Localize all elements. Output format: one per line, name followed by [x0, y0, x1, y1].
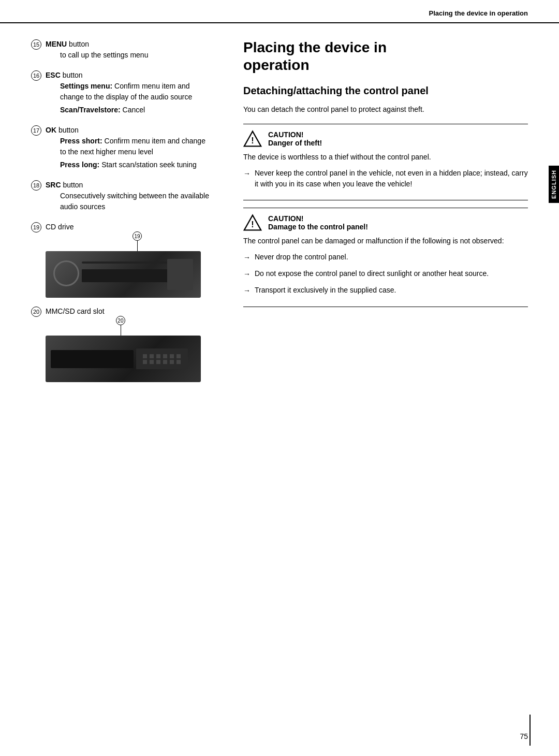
mmc-slot-detail: [51, 350, 134, 368]
item-bold-18: SRC: [46, 181, 61, 189]
caution-box-1: ! CAUTION! Danger of theft! The device i…: [243, 124, 528, 200]
caution-header-2: ! CAUTION! Damage to the control panel!: [243, 213, 528, 232]
caution-text-2: The control panel can be damaged or malf…: [243, 235, 528, 246]
item-content-19: CD drive: [46, 222, 212, 232]
right-column: Placing the device in operation Detachin…: [228, 23, 559, 753]
item-label-20: MMC/SD card slot: [46, 307, 105, 315]
scan-travelstore-bold: Scan/Travelstore:: [60, 106, 121, 114]
item-sub-17a: Press short: Confirm menu item and chang…: [60, 136, 212, 157]
language-tab: ENGLISH: [549, 166, 559, 203]
caution-arrow-text-2c: Transport it exclusively in the supplied…: [255, 285, 396, 296]
item-sub-15: to call up the settings menu: [60, 50, 212, 61]
caution-label-1: CAUTION!: [268, 130, 322, 139]
main-title-line2: operation: [243, 57, 310, 73]
cd-device-image: [46, 251, 201, 298]
main-title: Placing the device in operation: [243, 39, 528, 74]
item-bold-16: ESC: [46, 71, 61, 79]
arrow-symbol-2a: →: [243, 252, 251, 263]
cd-circle-detail: [53, 260, 79, 286]
caution-header-1: ! CAUTION! Danger of theft!: [243, 129, 528, 148]
caution-icon-2: !: [243, 213, 262, 232]
cd-slot-main: [82, 269, 175, 282]
list-item-20: 20 MMC/SD card slot: [31, 306, 212, 317]
caution-label-2: CAUTION!: [268, 214, 368, 223]
caution-arrow-2b: → Do not expose the control panel to dir…: [243, 268, 528, 280]
page-container: Placing the device in operation ENGLISH …: [0, 0, 559, 756]
item-sub-16b: Scan/Travelstore: Cancel: [60, 105, 212, 115]
caution-arrow-text-2b: Do not expose the control panel to direc…: [255, 268, 489, 279]
caution-sublabel-2: Damage to the control panel!: [268, 223, 368, 231]
caution-titles-1: CAUTION! Danger of theft!: [268, 130, 322, 147]
item-number-17: 17: [31, 125, 41, 136]
callout-19: 19: [133, 231, 142, 241]
header-bar: Placing the device in operation: [0, 0, 559, 23]
section-title: Detaching/attaching the control panel: [243, 84, 528, 97]
callout-circle-20: 20: [116, 316, 125, 325]
main-content: 15 MENU button to call up the settings m…: [0, 23, 559, 753]
svg-text:!: !: [251, 136, 254, 145]
section-title-text: Detaching/attaching the control panel: [243, 85, 429, 96]
item-label-15: MENU button: [46, 40, 89, 48]
callout-circle-19: 19: [133, 231, 142, 241]
item-label-17: OK button: [46, 126, 79, 134]
item-label-19: CD drive: [46, 223, 73, 231]
mmc-grid-inner: [143, 354, 182, 364]
mmc-device-image-container: 20: [46, 325, 212, 382]
item-content-17: OK button Press short: Confirm menu item…: [46, 125, 212, 172]
caution-arrow-1: → Never keep the control panel in the ve…: [243, 168, 528, 190]
item-number-15: 15: [31, 39, 41, 50]
item-sub-16a: Settings menu: Confirm menu item and cha…: [60, 81, 212, 103]
left-column: 15 MENU button to call up the settings m…: [0, 23, 228, 753]
mmc-device-image: [46, 336, 201, 382]
caution-titles-2: CAUTION! Damage to the control panel!: [268, 214, 368, 231]
press-short-bold: Press short:: [60, 137, 102, 145]
item-bold-15: MENU: [46, 40, 67, 48]
arrow-symbol-2b: →: [243, 269, 251, 280]
caution-arrow-text-2a: Never drop the control panel.: [255, 252, 348, 263]
callout-20: 20: [116, 316, 125, 325]
item-sub-18: Consecutively switching between the avai…: [60, 191, 212, 212]
cd-right-detail: [167, 259, 193, 290]
item-number-16: 16: [31, 70, 41, 81]
item-bold-17: OK: [46, 126, 56, 134]
caution-arrow-text-1: Never keep the control panel in the vehi…: [255, 168, 528, 190]
caution-box-2: ! CAUTION! Damage to the control panel! …: [243, 208, 528, 307]
callout-line-20: [121, 325, 121, 336]
item-content-20: MMC/SD card slot: [46, 306, 212, 317]
caution-arrow-2c: → Transport it exclusively in the suppli…: [243, 285, 528, 296]
caution-text-1: The device is worthless to a thief witho…: [243, 151, 528, 163]
caution-icon-1: !: [243, 129, 262, 148]
settings-menu-bold: Settings menu:: [60, 82, 112, 90]
item-sub-17b: Press long: Start scan/station seek tuni…: [60, 159, 212, 170]
main-title-line1: Placing the device in: [243, 39, 387, 55]
cd-device-image-container: 19: [46, 241, 212, 298]
header-title: Placing the device in operation: [429, 9, 528, 17]
list-item-16: 16 ESC button Settings menu: Confirm men…: [31, 70, 212, 118]
item-label-18: SRC button: [46, 181, 83, 189]
caution-arrow-2a: → Never drop the control panel.: [243, 252, 528, 263]
item-content-18: SRC button Consecutively switching betwe…: [46, 180, 212, 214]
arrow-symbol-2c: →: [243, 285, 251, 296]
list-item-15: 15 MENU button to call up the settings m…: [31, 39, 212, 63]
mmc-grid-detail: [136, 348, 188, 369]
press-long-bold: Press long:: [60, 161, 99, 169]
list-item-17: 17 OK button Press short: Confirm menu i…: [31, 125, 212, 172]
caution-sublabel-1: Danger of theft!: [268, 139, 322, 147]
svg-text:!: !: [251, 220, 254, 229]
arrow-symbol-1: →: [243, 168, 251, 179]
item-content-16: ESC button Settings menu: Confirm menu i…: [46, 70, 212, 118]
section-text: You can detach the control panel to prot…: [243, 104, 528, 115]
page-number: 75: [520, 732, 528, 740]
item-number-18: 18: [31, 180, 41, 191]
vertical-rule: [529, 715, 531, 746]
item-content-15: MENU button to call up the settings menu: [46, 39, 212, 63]
item-number-20: 20: [31, 307, 41, 317]
list-item-18: 18 SRC button Consecutively switching be…: [31, 180, 212, 214]
list-item-19: 19 CD drive: [31, 222, 212, 232]
item-number-19: 19: [31, 222, 41, 232]
item-label-16: ESC button: [46, 71, 83, 79]
